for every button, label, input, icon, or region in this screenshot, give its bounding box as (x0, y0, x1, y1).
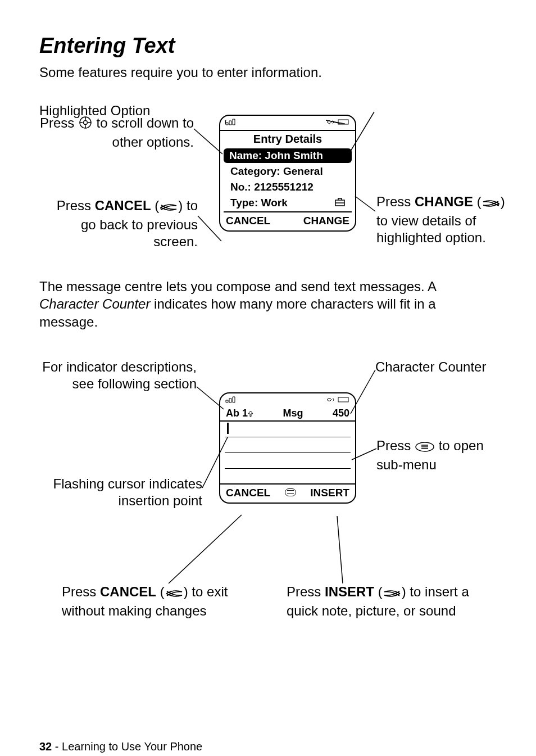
menu-key-icon (415, 440, 435, 456)
phone-screen-1: ĭ Entry Details Name: John Smith Categor… (219, 115, 356, 232)
callout-cursor: Flashing cursor indicates insertion poin… (39, 476, 202, 509)
menu-icon[interactable] (285, 487, 296, 499)
callout-scroll: Press to scroll down to other options. (39, 115, 194, 151)
phone-screen-2: Ab 1 Msg 450 CANCEL INSERT (219, 392, 356, 504)
softkey-insert[interactable]: INSERT (310, 487, 349, 499)
svg-line-21 (169, 515, 242, 583)
callout-cancel: Press CANCEL () to go back to previous s… (39, 197, 198, 250)
paragraph-message-centre: The message centre lets you compose and … (39, 278, 497, 331)
svg-line-22 (337, 516, 343, 583)
work-icon (335, 197, 345, 209)
row-category: Category: General (224, 164, 352, 179)
softkey-left-icon (165, 586, 184, 603)
softkey-cancel[interactable]: CANCEL (226, 487, 270, 499)
screen-title: Entry Details (220, 131, 355, 147)
text-mode-indicator: Ab 1 (226, 408, 253, 419)
softkey-right-icon (482, 196, 501, 212)
char-counter-value: 450 (333, 408, 349, 419)
softkey-right-icon (383, 586, 402, 603)
callout-counter: Character Counter (375, 359, 510, 375)
callout-submenu: Press to open sub-menu (376, 437, 506, 473)
text-entry-area[interactable] (225, 422, 351, 483)
status-right-icons (326, 396, 351, 405)
row-number: No.: 2125551212 (224, 180, 352, 194)
figure-msg: For indicator descriptions, see followin… (39, 347, 497, 645)
callout-highlighted: Highlighted Option (39, 102, 174, 119)
callout-indicator: For indicator descriptions, see followin… (39, 359, 197, 392)
msg-title: Msg (283, 408, 303, 419)
row-type: Type: Work (230, 197, 288, 209)
row-name: Name: John Smith (224, 148, 352, 163)
svg-line-1 (198, 216, 221, 241)
page-title: Entering Text (39, 34, 497, 58)
softkey-left-icon (159, 200, 178, 216)
softkey-change[interactable]: CHANGE (303, 215, 349, 227)
intro-text: Some features require you to enter infor… (39, 64, 497, 81)
signal-icon (225, 396, 240, 405)
page-footer: 32 - Learning to Use Your Phone (39, 740, 202, 753)
callout-change: Press CHANGE () to view details of highl… (376, 193, 511, 246)
svg-rect-27 (338, 397, 348, 402)
signal-icon: ĭ (225, 118, 240, 128)
svg-point-5 (83, 121, 87, 125)
callout-insert: Press INSERT () to insert a quick note, … (287, 583, 489, 619)
status-right-icons (326, 118, 351, 128)
softkey-cancel[interactable]: CANCEL (226, 215, 270, 227)
svg-line-0 (194, 129, 222, 154)
cursor (227, 423, 229, 434)
figure-entry-details: Press to scroll down to other options. P… (39, 98, 497, 266)
callout-cancel-exit: Press CANCEL () to exit without making c… (62, 583, 253, 619)
svg-line-3 (355, 196, 375, 211)
